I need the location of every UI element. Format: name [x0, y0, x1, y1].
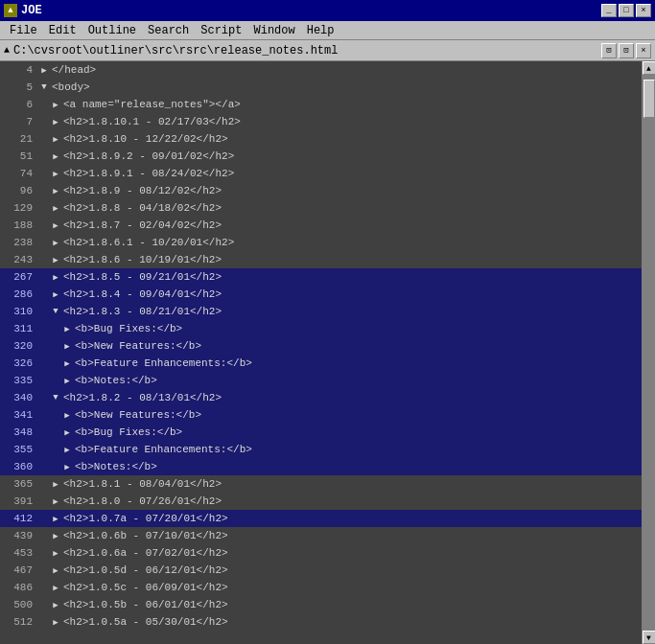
table-row[interactable]: 238▶<h2>1.8.6.1 - 10/20/01</h2>: [0, 234, 642, 251]
expand-arrow[interactable]: ▶: [36, 100, 63, 110]
expand-arrow[interactable]: ▶: [36, 496, 63, 507]
expand-arrow[interactable]: ▶: [36, 220, 63, 231]
expand-arrow[interactable]: ▶: [36, 186, 63, 196]
row-content: <h2>1.8.4 - 09/04/01</h2>: [63, 288, 642, 300]
expand-arrow[interactable]: ▶: [36, 531, 63, 541]
line-number: 360: [0, 461, 36, 472]
row-content: <b>New Features:</b>: [75, 340, 642, 352]
table-row[interactable]: 6▶<a name="release_notes"></a>: [0, 96, 642, 113]
scrollbar[interactable]: ▲ ▼: [642, 61, 655, 644]
scroll-up-button[interactable]: ▲: [643, 61, 656, 75]
scroll-down-button[interactable]: ▼: [643, 631, 656, 644]
table-row[interactable]: 267▶<h2>1.8.5 - 09/21/01</h2>: [0, 268, 642, 286]
filepath-btn2[interactable]: ⊡: [619, 43, 634, 58]
table-row[interactable]: 74▶<h2>1.8.9.1 - 08/24/02</h2>: [0, 165, 642, 182]
menu-file[interactable]: File: [4, 23, 43, 38]
table-row[interactable]: 412▶<h2>1.0.7a - 07/20/01</h2>: [0, 510, 642, 527]
expand-arrow[interactable]: ▶: [36, 324, 75, 334]
table-row[interactable]: 320▶<b>New Features:</b>: [0, 337, 642, 355]
table-row[interactable]: 453▶<h2>1.0.6a - 07/02/01</h2>: [0, 544, 642, 562]
line-number: 21: [0, 133, 36, 145]
row-content: <h2>1.8.9 - 08/12/02</h2>: [63, 185, 642, 196]
scroll-track[interactable]: [643, 75, 656, 631]
menu-outline[interactable]: Outline: [82, 23, 142, 38]
expand-arrow[interactable]: ▶: [36, 272, 63, 283]
line-number: 486: [0, 582, 36, 593]
table-row[interactable]: 21▶<h2>1.8.10 - 12/22/02</h2>: [0, 130, 642, 148]
menu-edit[interactable]: Edit: [43, 23, 82, 38]
close-button[interactable]: ×: [636, 4, 651, 17]
expand-arrow[interactable]: ▶: [36, 65, 52, 76]
line-number: 4: [0, 64, 36, 76]
row-content: <h2>1.8.7 - 02/04/02</h2>: [63, 219, 642, 231]
expand-arrow[interactable]: ▶: [36, 341, 75, 352]
expand-arrow[interactable]: ▶: [36, 583, 63, 593]
filepath-btn3[interactable]: ×: [636, 43, 651, 58]
expand-arrow[interactable]: ▶: [36, 117, 63, 127]
expand-arrow[interactable]: ▶: [36, 289, 63, 300]
expand-arrow[interactable]: ▼: [36, 307, 63, 316]
menu-search[interactable]: Search: [142, 23, 195, 38]
expand-arrow[interactable]: ▶: [36, 238, 63, 248]
expand-arrow[interactable]: ▶: [36, 514, 63, 524]
maximize-button[interactable]: □: [619, 4, 634, 17]
expand-arrow[interactable]: ▶: [36, 134, 63, 145]
table-row[interactable]: 129▶<h2>1.8.8 - 04/18/02</h2>: [0, 199, 642, 217]
expand-arrow[interactable]: ▶: [36, 445, 75, 455]
line-number: 348: [0, 426, 36, 438]
table-row[interactable]: 96▶<h2>1.8.9 - 08/12/02</h2>: [0, 182, 642, 199]
expand-arrow[interactable]: ▼: [36, 82, 52, 92]
expand-arrow[interactable]: ▶: [36, 410, 75, 421]
outliner[interactable]: 4▶</head>5▼<body>6▶<a name="release_note…: [0, 61, 642, 644]
table-row[interactable]: 348▶<b>Bug Fixes:</b>: [0, 424, 642, 441]
expand-arrow[interactable]: ▶: [36, 462, 75, 472]
expand-arrow[interactable]: ▶: [36, 203, 63, 214]
expand-arrow[interactable]: ▶: [36, 427, 75, 438]
title-bar: ▲ JOE _ □ ×: [0, 0, 655, 21]
table-row[interactable]: 355▶<b>Feature Enhancements:</b>: [0, 441, 642, 458]
expand-arrow[interactable]: ▶: [36, 617, 63, 628]
menu-script[interactable]: Script: [195, 23, 247, 38]
expand-arrow[interactable]: ▶: [36, 600, 63, 610]
menu-window[interactable]: Window: [247, 23, 300, 38]
table-row[interactable]: 391▶<h2>1.8.0 - 07/26/01</h2>: [0, 493, 642, 510]
table-row[interactable]: 467▶<h2>1.0.5d - 06/12/01</h2>: [0, 562, 642, 579]
table-row[interactable]: 7▶<h2>1.8.10.1 - 02/17/03</h2>: [0, 113, 642, 130]
expand-arrow[interactable]: ▶: [36, 169, 63, 179]
table-row[interactable]: 340▼<h2>1.8.2 - 08/13/01</h2>: [0, 389, 642, 406]
table-row[interactable]: 5▼<body>: [0, 79, 642, 96]
table-row[interactable]: 486▶<h2>1.0.5c - 06/09/01</h2>: [0, 579, 642, 596]
title-bar-left: ▲ JOE: [4, 4, 42, 17]
expand-arrow[interactable]: ▶: [36, 479, 63, 490]
table-row[interactable]: 360▶<b>Notes:</b>: [0, 458, 642, 475]
expand-arrow[interactable]: ▶: [36, 565, 63, 576]
expand-arrow[interactable]: ▶: [36, 376, 75, 386]
scroll-thumb[interactable]: [643, 80, 655, 118]
expand-arrow[interactable]: ▶: [36, 255, 63, 265]
menu-help[interactable]: Help: [301, 23, 340, 38]
table-row[interactable]: 188▶<h2>1.8.7 - 02/04/02</h2>: [0, 217, 642, 234]
line-number: 129: [0, 202, 36, 214]
expand-arrow[interactable]: ▼: [36, 393, 63, 402]
table-row[interactable]: 326▶<b>Feature Enhancements:</b>: [0, 355, 642, 372]
expand-arrow[interactable]: ▶: [36, 548, 63, 559]
filepath-btn1[interactable]: ⊡: [601, 43, 617, 58]
table-row[interactable]: 4▶</head>: [0, 61, 642, 79]
table-row[interactable]: 311▶<b>Bug Fixes:</b>: [0, 320, 642, 337]
line-number: 335: [0, 375, 36, 386]
row-content: <b>Feature Enhancements:</b>: [75, 444, 642, 455]
table-row[interactable]: 310▼<h2>1.8.3 - 08/21/01</h2>: [0, 303, 642, 320]
table-row[interactable]: 365▶<h2>1.8.1 - 08/04/01</h2>: [0, 475, 642, 493]
table-row[interactable]: 335▶<b>Notes:</b>: [0, 372, 642, 389]
table-row[interactable]: 512▶<h2>1.0.5a - 05/30/01</h2>: [0, 613, 642, 631]
expand-arrow[interactable]: ▶: [36, 358, 75, 369]
table-row[interactable]: 500▶<h2>1.0.5b - 06/01/01</h2>: [0, 596, 642, 613]
expand-arrow[interactable]: ▶: [36, 151, 63, 162]
table-row[interactable]: 439▶<h2>1.0.6b - 07/10/01</h2>: [0, 527, 642, 544]
table-row[interactable]: 341▶<b>New Features:</b>: [0, 406, 642, 424]
table-row[interactable]: 51▶<h2>1.8.9.2 - 09/01/02</h2>: [0, 148, 642, 165]
minimize-button[interactable]: _: [601, 4, 617, 17]
table-row[interactable]: 286▶<h2>1.8.4 - 09/04/01</h2>: [0, 286, 642, 303]
line-number: 188: [0, 219, 36, 231]
table-row[interactable]: 243▶<h2>1.8.6 - 10/19/01</h2>: [0, 251, 642, 268]
